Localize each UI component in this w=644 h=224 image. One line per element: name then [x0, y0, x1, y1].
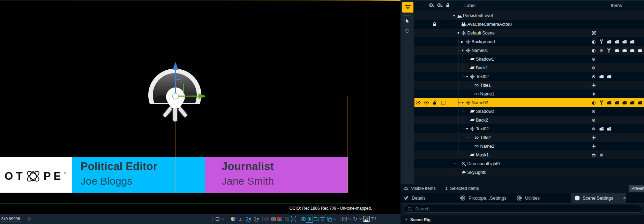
- crosshair-item-icon[interactable]: [592, 133, 596, 142]
- eye-icon[interactable]: [415, 98, 421, 107]
- viewport[interactable]: O T P E ® Political Editor Joe Bloggs Jo…: [0, 0, 400, 224]
- tree-row-shadow2[interactable]: Shadow2⊗: [414, 107, 644, 116]
- select-mode-icon[interactable]: [404, 18, 410, 24]
- circlex-item-icon[interactable]: ⊗: [599, 150, 603, 159]
- circlex-item-icon[interactable]: ⊗: [592, 116, 596, 124]
- tree-row-shadow1[interactable]: Shadow1⊗: [414, 55, 644, 63]
- scene-rig-label: Scene Rig: [410, 217, 430, 222]
- light-gizmo[interactable]: [144, 59, 210, 128]
- filter-flash-icon[interactable]: [369, 214, 378, 224]
- tab-pixotope-settings[interactable]: Pixotope...Settings: [460, 193, 506, 203]
- threed-icon: 3D: [474, 90, 480, 98]
- tree-row-avacinecameraactor0[interactable]: AvaCineCameraActor0: [414, 20, 644, 29]
- clapper-item-icon[interactable]: [630, 98, 635, 107]
- clapper-item-icon[interactable]: [599, 124, 604, 133]
- halfsphere-item-icon[interactable]: ◓: [592, 150, 596, 159]
- tab-details[interactable]: Details: [403, 193, 426, 203]
- clapper-item-icon[interactable]: [615, 46, 620, 55]
- clapper-item-icon[interactable]: [622, 37, 627, 46]
- clapper-item-icon[interactable]: [638, 98, 643, 107]
- tree-guide-stub: [463, 129, 465, 129]
- coordinate-readout[interactable]: 249.99998: [1, 216, 20, 222]
- clapper-item-icon[interactable]: [630, 46, 635, 55]
- tab-utilities[interactable]: Utilities: [516, 193, 540, 203]
- sphere-item-icon[interactable]: ◐: [592, 46, 596, 55]
- circlex-item-icon[interactable]: ⊗: [592, 55, 596, 63]
- filter-button[interactable]: [402, 2, 413, 13]
- marquee-select-icon[interactable]: [289, 214, 298, 224]
- clapper-item-icon[interactable]: [615, 98, 620, 107]
- runtime-visibility-icon[interactable]: R: [437, 3, 443, 8]
- safe-frame-right: [367, 3, 367, 203]
- clapper-item-icon[interactable]: [607, 72, 612, 81]
- sphere-item-icon[interactable]: ◐: [592, 98, 596, 107]
- tab-scene-settings[interactable]: Scene Settings✕: [575, 193, 626, 203]
- chevron-down-icon[interactable]: [332, 214, 338, 224]
- tree-row-default-scene[interactable]: ▼Default Scene: [414, 29, 644, 37]
- crosshair-item-icon[interactable]: [592, 142, 596, 150]
- clapper-item-icon[interactable]: [615, 37, 620, 46]
- lock-icon[interactable]: [433, 20, 436, 29]
- tree-row-back1[interactable]: Back1⊗: [414, 63, 644, 72]
- clapper-item-icon[interactable]: [607, 37, 612, 46]
- clapper-item-icon[interactable]: [630, 37, 635, 46]
- tracking-signal-icon[interactable]: [252, 214, 261, 224]
- tree-row-directionallight0[interactable]: DirectionalLight0: [414, 159, 644, 168]
- chevron-down-icon[interactable]: [220, 214, 226, 224]
- sphere-item-icon[interactable]: ◐: [592, 37, 596, 46]
- tree-row-background[interactable]: ▶Background◐: [414, 37, 644, 46]
- tree-row-text02[interactable]: ▼Text02⊗: [414, 72, 644, 81]
- unlock-icon[interactable]: [433, 98, 437, 107]
- expander-closed-icon[interactable]: ▶: [461, 37, 464, 46]
- tree-row-name01[interactable]: ▼Name01◐⊗: [414, 46, 644, 55]
- clapper-item-icon[interactable]: [607, 98, 612, 107]
- divider: [403, 15, 411, 16]
- tree-row-name2[interactable]: 3DName2: [414, 142, 644, 150]
- editor-visibility-icon[interactable]: E: [428, 3, 435, 8]
- crosshair-item-icon[interactable]: [592, 90, 596, 98]
- tree-row-mask1[interactable]: Mask1◓⊗: [414, 150, 644, 159]
- circlex-item-icon[interactable]: ⊗: [592, 107, 596, 116]
- viewport-top-highlight: [0, 0, 400, 1]
- checker-item-icon[interactable]: [592, 29, 596, 37]
- exposure-icon[interactable]: ±: [236, 214, 245, 224]
- wrench-item-icon[interactable]: [599, 98, 603, 107]
- clapper-item-icon[interactable]: [599, 72, 604, 81]
- search-input[interactable]: Search: [404, 205, 642, 213]
- circlex-item-icon[interactable]: ⊗: [599, 46, 603, 55]
- circlex-item-icon[interactable]: ⊗: [592, 63, 596, 72]
- close-icon[interactable]: ✕: [623, 196, 626, 200]
- checkbox-icon[interactable]: [441, 98, 445, 107]
- keyframe-diamond-icon[interactable]: ◇: [27, 215, 31, 222]
- tree-row-text02[interactable]: ▼Text02⊗: [414, 124, 644, 133]
- circlex-item-icon[interactable]: ⊗: [592, 124, 596, 133]
- eye-icon[interactable]: [424, 98, 429, 107]
- tree-guide-stub: [463, 120, 465, 120]
- outliner-toolbar-strip: [400, 0, 414, 184]
- atom-icon: [516, 195, 522, 201]
- tree-row-title1[interactable]: 3DTitle1: [414, 81, 644, 90]
- tree-row-title2[interactable]: 3DTitle2: [414, 133, 644, 142]
- scene-rig-section[interactable]: ▼ Scene Rig: [400, 215, 644, 224]
- tree-row-persistentlevel[interactable]: ▼PersistentLevel: [414, 11, 644, 20]
- outliner-panel: E R Label Items ▼PersistentLevelAvaCineC…: [400, 0, 644, 224]
- clapper-item-icon[interactable]: [607, 124, 612, 133]
- clapper-item-icon[interactable]: [622, 98, 627, 107]
- circlex-item-icon[interactable]: ⊗: [592, 72, 596, 81]
- tree-guide-stub: [454, 172, 456, 172]
- atom-icon: [25, 169, 41, 184]
- dirlight-icon: [461, 159, 466, 168]
- wrench-item-icon[interactable]: [599, 37, 603, 46]
- tree-row-back2[interactable]: Back2⊗: [414, 116, 644, 124]
- clapper-item-icon[interactable]: [622, 46, 627, 55]
- tree-row-skylight0[interactable]: SkyLight0: [414, 168, 644, 177]
- lasso-mode-icon[interactable]: [404, 28, 409, 33]
- tree-row-name02[interactable]: ▼Name02◐: [414, 98, 644, 107]
- lock-column-icon[interactable]: [446, 3, 450, 8]
- tree-row-name1[interactable]: 3DName1: [414, 90, 644, 98]
- crosshair-item-icon[interactable]: [592, 81, 596, 90]
- row-label: Mask1: [476, 150, 489, 159]
- preview-button[interactable]: Preview: [629, 185, 644, 192]
- wrench-item-icon[interactable]: [607, 46, 611, 55]
- clapper-item-icon[interactable]: [638, 46, 643, 55]
